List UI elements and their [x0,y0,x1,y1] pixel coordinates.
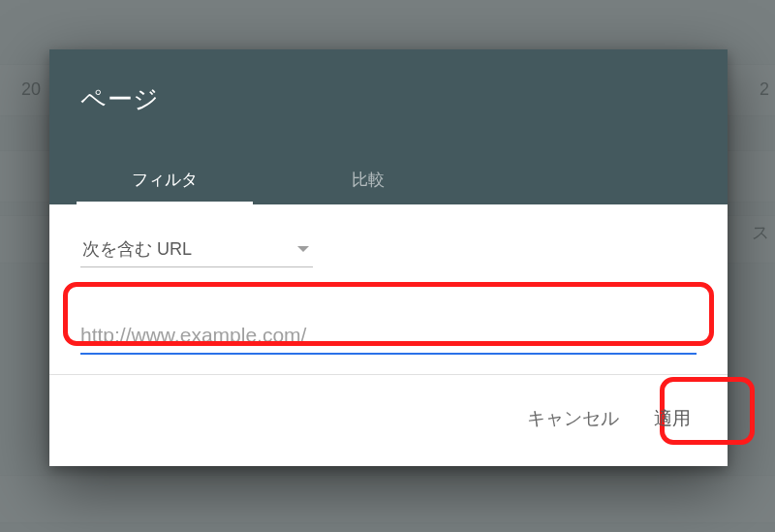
dialog-footer: キャンセル 適用 [49,374,728,466]
tab-compare-label: 比較 [352,171,385,189]
dialog-tabs: フィルタ 比較 [49,156,728,204]
page-filter-dialog: ページ フィルタ 比較 次を含む URL キャンセル 適用 [49,49,728,466]
dialog-header: ページ フィルタ 比較 [49,49,728,204]
filter-type-label: 次を含む URL [82,237,297,261]
chevron-down-icon [297,246,309,252]
filter-url-input[interactable] [80,318,697,355]
tab-filter[interactable]: フィルタ [63,155,266,204]
filter-type-select[interactable]: 次を含む URL [80,232,313,267]
apply-button[interactable]: 適用 [650,400,695,437]
tab-compare[interactable]: 比較 [266,155,470,204]
cancel-button[interactable]: キャンセル [523,400,623,437]
dialog-title: ページ [80,82,697,116]
dialog-body: 次を含む URL [49,204,728,374]
tab-filter-label: フィルタ [132,171,198,189]
